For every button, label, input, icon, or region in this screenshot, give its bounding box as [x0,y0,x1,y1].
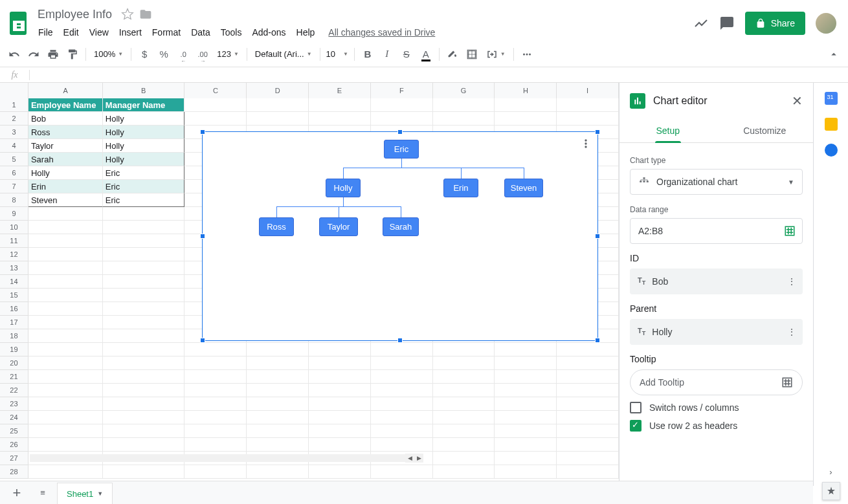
cell[interactable] [103,411,184,424]
row-header[interactable]: 8 [0,193,28,207]
cell[interactable]: Sarah [28,153,103,166]
org-node[interactable]: Eric [384,140,419,159]
org-chart[interactable]: EricHollyErinStevenRossTaylorSarah [202,131,598,341]
cell[interactable] [28,424,103,438]
cell[interactable] [495,411,557,424]
cell[interactable] [247,343,309,356]
column-header[interactable]: F [371,83,433,98]
cell[interactable] [495,343,557,356]
text-color-button[interactable]: A [417,45,435,63]
cell[interactable] [495,384,557,397]
cell[interactable] [371,112,433,126]
row-header[interactable]: 7 [0,180,28,193]
cell[interactable]: Eric [103,180,184,193]
menu-add-ons[interactable]: Add-ons [247,25,290,40]
star-icon[interactable] [121,8,134,21]
cell[interactable] [28,384,103,397]
cell[interactable] [28,261,103,275]
more-button[interactable] [518,45,536,63]
cell[interactable] [28,221,103,234]
cell[interactable] [247,356,309,370]
org-node[interactable]: Ross [259,217,294,236]
cell[interactable] [28,370,103,384]
column-header[interactable]: I [557,83,619,98]
cell[interactable] [495,98,557,112]
chart-type-select[interactable]: Organizational chart ▼ [630,169,803,195]
cell[interactable] [433,465,495,479]
cell[interactable]: Manager Name [103,98,184,112]
row-header[interactable]: 22 [0,384,28,397]
cell[interactable] [103,261,184,275]
cell[interactable] [184,343,247,356]
paint-format-button[interactable] [63,45,82,63]
cell[interactable] [184,424,247,438]
cell[interactable] [433,370,495,384]
cell[interactable] [433,384,495,397]
id-field[interactable]: TT Bob ⋮ [630,268,803,294]
cell[interactable] [184,370,247,384]
spreadsheet-grid[interactable]: ABCDEFGHI 1Employee NameManager Name2Bob… [0,83,619,486]
tooltip-range-icon[interactable] [781,377,793,388]
setup-tab[interactable]: Setup [619,119,717,142]
cell[interactable] [103,302,184,316]
cell[interactable] [28,438,103,452]
cell[interactable] [103,397,184,411]
cell[interactable]: Erin [28,180,103,193]
cell[interactable] [433,397,495,411]
cell[interactable] [103,234,184,248]
formula-input[interactable] [30,67,848,82]
row-header[interactable]: 14 [0,275,28,289]
cell[interactable] [309,465,371,479]
cell[interactable] [184,384,247,397]
font-size-select[interactable]: 10▼ [324,47,350,61]
row-header[interactable]: 4 [0,139,28,153]
user-avatar[interactable] [816,13,836,34]
cell[interactable] [371,438,433,452]
cell[interactable] [184,397,247,411]
cell[interactable] [495,397,557,411]
cell[interactable] [28,207,103,221]
column-header[interactable]: D [247,83,309,98]
row-header[interactable]: 26 [0,438,28,452]
borders-button[interactable] [463,45,481,63]
cell[interactable] [28,289,103,302]
org-node[interactable]: Taylor [319,217,358,236]
data-range-input[interactable]: A2:B8 [630,218,803,244]
collapse-toolbar-button[interactable] [825,45,843,63]
cell[interactable] [495,112,557,126]
column-header[interactable]: E [309,83,371,98]
cell[interactable] [371,98,433,112]
row-header[interactable]: 10 [0,221,28,234]
menu-format[interactable]: Format [148,25,185,40]
cell[interactable] [28,275,103,289]
explore-button[interactable] [822,482,840,500]
decrease-decimal-button[interactable]: .0← [174,45,192,63]
cell[interactable] [433,356,495,370]
cell[interactable] [557,384,619,397]
cell[interactable] [28,411,103,424]
cell[interactable] [557,112,619,126]
cell[interactable] [247,424,309,438]
cell[interactable] [371,424,433,438]
row-header[interactable]: 9 [0,207,28,221]
cell[interactable]: Holly [103,139,184,153]
cell[interactable]: Bob [28,112,103,126]
cell[interactable]: Eric [103,166,184,180]
cell[interactable] [309,356,371,370]
bold-button[interactable]: B [359,45,377,63]
cell[interactable] [103,356,184,370]
show-side-panel-button[interactable]: › [825,465,838,478]
row-header[interactable]: 25 [0,424,28,438]
select-range-icon[interactable] [784,225,796,237]
column-header[interactable]: A [28,83,103,98]
cell[interactable] [309,411,371,424]
cell[interactable] [28,465,103,479]
menu-insert[interactable]: Insert [115,25,146,40]
cell[interactable] [309,343,371,356]
cell[interactable] [28,302,103,316]
cell[interactable] [247,438,309,452]
cell[interactable] [557,356,619,370]
cell[interactable] [247,112,309,126]
cell[interactable]: Holly [103,112,184,126]
cell[interactable] [309,384,371,397]
